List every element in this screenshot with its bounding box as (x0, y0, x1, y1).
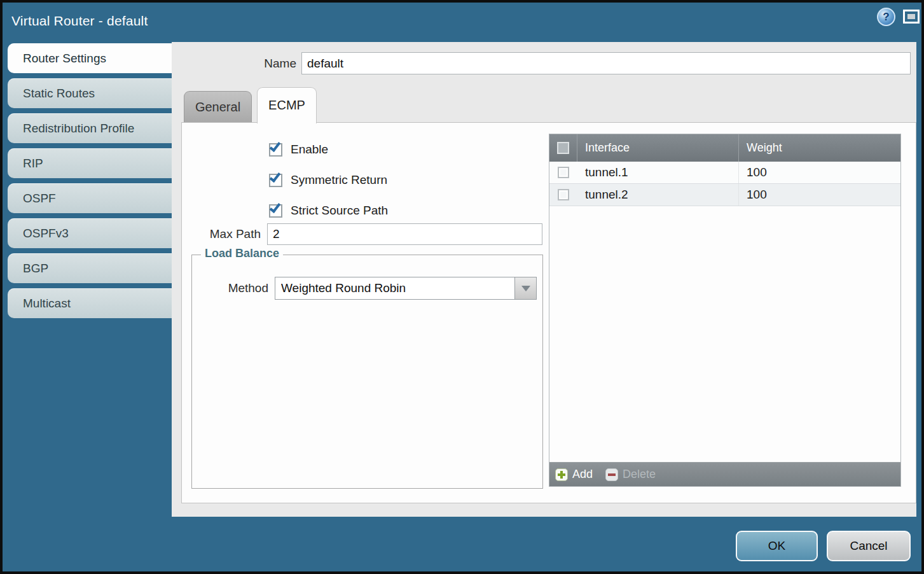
interface-column-header: Interface (577, 134, 738, 162)
checkbox-label: Strict Source Path (291, 204, 388, 218)
load-balance-groupbox: Load Balance Method Weighted Round Robin (191, 255, 543, 489)
check-mark-icon (270, 171, 281, 183)
max-path-label: Max Path (182, 223, 261, 245)
window-icon[interactable] (903, 10, 920, 24)
check-mark-icon (270, 140, 281, 152)
checkbox[interactable] (269, 174, 282, 187)
table-row[interactable]: tunnel.2100 (549, 184, 900, 206)
load-balance-legend: Load Balance (201, 247, 283, 260)
table-body: tunnel.1100tunnel.2100 (549, 162, 900, 206)
delete-button-label: Delete (623, 468, 656, 481)
method-select[interactable]: Weighted Round Robin (275, 277, 537, 300)
table-row[interactable]: tunnel.1100 (549, 162, 900, 184)
weight-cell: 100 (738, 184, 900, 206)
checkbox-row-symmetric-return[interactable]: Symmetric Return (269, 165, 388, 195)
max-path-input[interactable] (267, 223, 542, 245)
name-label: Name (172, 52, 296, 74)
dialog-title: Virtual Router - default (11, 3, 148, 39)
table-header-row: Interface Weight (549, 134, 900, 162)
ecmp-tab-panel: EnableSymmetric ReturnStrict Source Path… (181, 122, 916, 503)
title-bar: Virtual Router - default ? (3, 3, 921, 39)
sidebar-item-router-settings[interactable]: Router Settings (8, 43, 172, 73)
virtual-router-dialog: Virtual Router - default ? Router Settin… (0, 0, 924, 574)
weight-column-header: Weight (738, 134, 900, 162)
check-mark-icon (270, 201, 281, 213)
sidebar-item-ospfv3[interactable]: OSPFv3 (8, 218, 172, 248)
checkbox[interactable] (269, 143, 282, 157)
cancel-button[interactable]: Cancel (827, 531, 911, 561)
plus-icon (555, 468, 568, 481)
sidebar-item-redistribution-profile[interactable]: Redistribution Profile (8, 113, 172, 143)
sidebar-item-ospf[interactable]: OSPF (8, 183, 172, 213)
checkbox-label: Symmetric Return (291, 173, 387, 187)
sidebar-item-rip[interactable]: RIP (8, 148, 172, 178)
sidebar-nav: Router SettingsStatic RoutesRedistributi… (8, 43, 172, 323)
interface-weight-table: Interface Weight tunnel.1100tunnel.2100 … (549, 134, 901, 487)
method-label: Method (203, 277, 268, 300)
row-checkbox[interactable] (558, 189, 569, 200)
add-button[interactable]: Add (555, 468, 593, 481)
interface-cell: tunnel.2 (577, 184, 738, 206)
row-checkbox-cell (549, 162, 577, 183)
tab-ecmp[interactable]: ECMP (257, 87, 317, 123)
table-empty-area (549, 206, 900, 462)
sidebar-item-multicast[interactable]: Multicast (8, 288, 172, 318)
minus-icon (605, 468, 618, 481)
checkbox-row-strict-source-path[interactable]: Strict Source Path (269, 195, 388, 226)
method-selected-value: Weighted Round Robin (281, 277, 513, 299)
row-checkbox-cell (549, 184, 577, 206)
sidebar-item-static-routes[interactable]: Static Routes (8, 78, 172, 108)
table-footer-bar: Add Delete (549, 462, 900, 486)
delete-button[interactable]: Delete (605, 468, 656, 481)
tab-general[interactable]: General (184, 91, 252, 122)
name-input[interactable] (301, 52, 911, 74)
window-icon-bar (907, 14, 915, 19)
ok-button[interactable]: OK (736, 531, 818, 561)
select-all-checkbox[interactable] (557, 142, 569, 154)
checkbox-label: Enable (291, 143, 328, 157)
header-checkbox-cell (549, 134, 577, 162)
weight-cell: 100 (738, 162, 900, 183)
checkbox-row-enable[interactable]: Enable (269, 134, 388, 165)
interface-cell: tunnel.1 (577, 162, 738, 183)
method-dropdown-button[interactable] (514, 277, 536, 299)
help-icon[interactable]: ? (877, 8, 895, 26)
add-button-label: Add (572, 468, 593, 481)
row-checkbox[interactable] (558, 167, 569, 178)
checkbox[interactable] (269, 204, 282, 218)
ecmp-checkbox-group: EnableSymmetric ReturnStrict Source Path (269, 134, 388, 226)
content-area: Name General ECMP EnableSymmetric Return… (172, 42, 916, 517)
sidebar-item-bgp[interactable]: BGP (8, 253, 172, 283)
chevron-down-icon (521, 286, 530, 291)
